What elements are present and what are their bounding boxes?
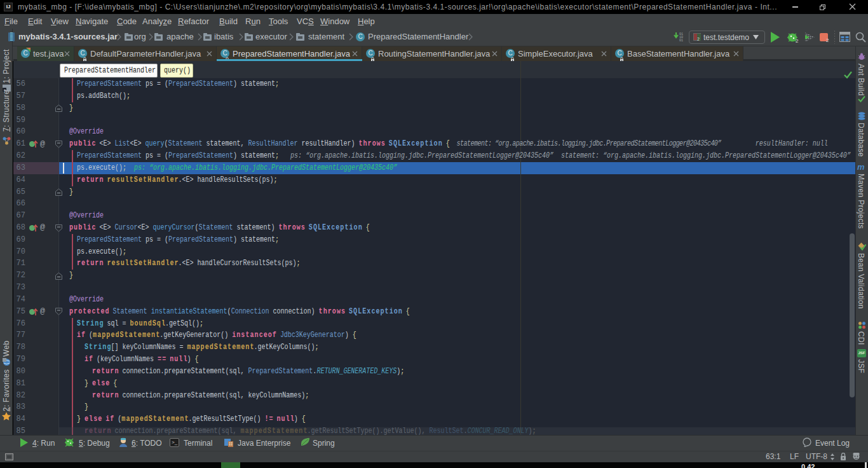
svg-text:2: 2 <box>796 38 799 43</box>
svg-text:01: 01 <box>679 39 683 42</box>
